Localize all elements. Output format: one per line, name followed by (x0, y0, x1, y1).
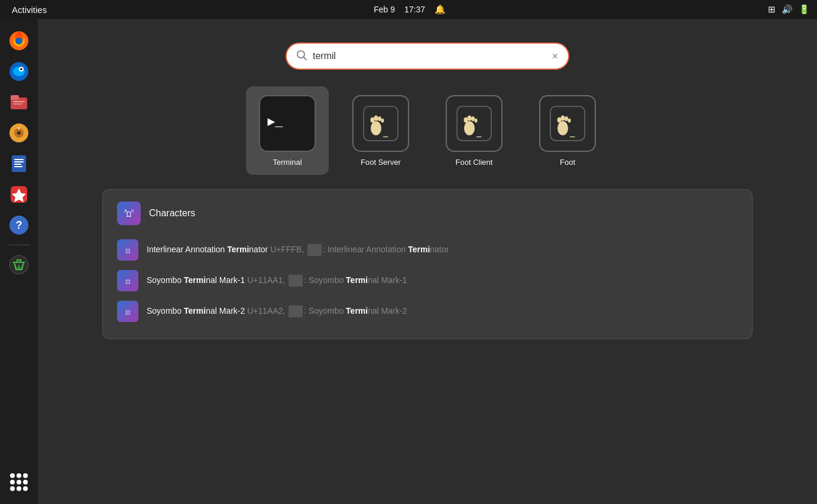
bell-icon[interactable]: 🔔 (435, 4, 446, 15)
svg-text:_: _ (383, 128, 388, 138)
volume-icon[interactable]: 🔊 (782, 4, 793, 15)
battery-icon[interactable]: 🔋 (799, 4, 810, 15)
foot-client-icon: _ (446, 95, 502, 152)
activities-button[interactable]: Activities (7, 4, 51, 16)
search-bar[interactable]: termil ✕ (286, 43, 569, 70)
svg-text:⊡: ⊡ (125, 278, 130, 285)
foot-client-label: Foot Client (456, 158, 493, 167)
search-clear-button[interactable]: ✕ (552, 51, 559, 61)
svg-text:⊡: ⊡ (125, 248, 130, 254)
time-display: 17:37 (404, 5, 425, 14)
characters-app-icon: Ω A α (117, 201, 141, 225)
svg-rect-18 (14, 164, 21, 165)
svg-point-13 (17, 131, 21, 135)
char-item-icon-1: ⊡ (117, 270, 138, 291)
network-icon[interactable]: ⊞ (768, 4, 776, 15)
svg-rect-10 (13, 103, 22, 105)
sidebar-app-thunderbird[interactable] (5, 58, 33, 85)
char-item-2[interactable]: ⊡ Soyombo Terminal Mark-2 U+11AA2, : Soy… (117, 296, 738, 327)
topbar: Activities Feb 9 17:37 🔔 ⊞ 🔊 🔋 (0, 0, 817, 19)
sidebar-app-help[interactable]: ? (5, 212, 33, 239)
svg-point-28 (371, 121, 381, 135)
char-item-icon-0: ⊡ (117, 239, 138, 261)
sidebar-divider (8, 245, 30, 245)
search-input[interactable]: termil (313, 51, 546, 61)
app-tile-foot-server[interactable]: _ Foot Server (339, 86, 422, 175)
foot-server-label: Foot Server (361, 158, 401, 167)
app-tile-foot[interactable]: _ Foot (526, 86, 609, 175)
sidebar-app-writer[interactable] (5, 150, 33, 177)
char-item-text-2: Soyombo Terminal Mark-2 U+11AA2, : Soyom… (147, 305, 407, 317)
svg-point-47 (565, 116, 568, 121)
app-tile-terminal[interactable]: ►_ Terminal (246, 86, 329, 175)
svg-rect-16 (14, 159, 24, 160)
svg-text:?: ? (16, 219, 22, 231)
sidebar-app-files[interactable] (5, 89, 33, 116)
show-apps-button[interactable] (5, 469, 33, 496)
svg-point-29 (371, 117, 375, 122)
svg-point-32 (381, 118, 384, 122)
svg-point-36 (464, 121, 475, 135)
terminal-label: Terminal (273, 158, 301, 167)
foot-icon: _ (539, 95, 596, 152)
chars-header: Ω A α Characters (117, 201, 738, 225)
char-item-0[interactable]: ⊡ Interlinear Annotation Terminator U+FF… (117, 235, 738, 265)
sidebar: ? (0, 19, 38, 504)
svg-rect-19 (14, 166, 22, 167)
foot-server-icon: _ (352, 95, 409, 152)
foot-label: Foot (560, 158, 575, 167)
svg-point-37 (464, 117, 468, 122)
svg-text:⊡: ⊡ (125, 309, 130, 316)
main-content: termil ✕ ►_ Terminal (38, 19, 817, 504)
svg-rect-42 (550, 106, 585, 141)
search-container: termil ✕ (286, 43, 569, 70)
svg-line-25 (304, 57, 306, 60)
sidebar-app-firefox[interactable] (5, 27, 33, 54)
char-item-text-1: Soyombo Terminal Mark-1 U+11AA1, : Soyom… (147, 275, 407, 287)
svg-point-6 (20, 68, 22, 70)
svg-point-38 (468, 115, 472, 121)
date-display: Feb 9 (374, 5, 395, 14)
svg-point-44 (557, 121, 568, 135)
svg-point-24 (297, 51, 304, 58)
svg-rect-17 (14, 161, 24, 162)
topbar-right: ⊞ 🔊 🔋 (768, 4, 810, 15)
svg-point-40 (475, 118, 478, 122)
svg-text:α: α (131, 209, 134, 213)
svg-point-31 (378, 116, 381, 121)
app-grid: ►_ Terminal _ (246, 86, 609, 175)
svg-point-48 (568, 118, 571, 122)
svg-point-39 (471, 116, 475, 121)
topbar-center: Feb 9 17:37 🔔 (374, 4, 446, 15)
characters-title: Characters (149, 208, 195, 219)
search-icon (296, 50, 307, 63)
svg-rect-26 (363, 106, 398, 141)
svg-rect-9 (13, 101, 25, 102)
terminal-icon: ►_ (259, 95, 316, 152)
grid-icon (10, 473, 28, 491)
characters-section: Ω A α Characters ⊡ (102, 189, 753, 339)
char-item-icon-2: ⊡ (117, 301, 138, 322)
sidebar-app-software[interactable] (5, 181, 33, 208)
svg-rect-34 (456, 106, 492, 141)
svg-text:A: A (124, 208, 128, 213)
char-item-text-0: Interlinear Annotation Terminator U+FFFB… (147, 244, 449, 256)
svg-point-46 (561, 115, 565, 121)
char-item-1[interactable]: ⊡ Soyombo Terminal Mark-1 U+11AA1, : Soy… (117, 265, 738, 296)
svg-point-45 (557, 117, 562, 122)
svg-text:_: _ (570, 128, 575, 138)
svg-point-30 (374, 115, 378, 121)
svg-point-14 (18, 128, 20, 129)
svg-rect-8 (11, 95, 19, 100)
svg-text:_: _ (476, 128, 482, 138)
app-tile-foot-client[interactable]: _ Foot Client (433, 86, 516, 175)
sidebar-app-rhythmbox[interactable] (5, 119, 33, 147)
sidebar-app-trash[interactable] (5, 251, 33, 278)
